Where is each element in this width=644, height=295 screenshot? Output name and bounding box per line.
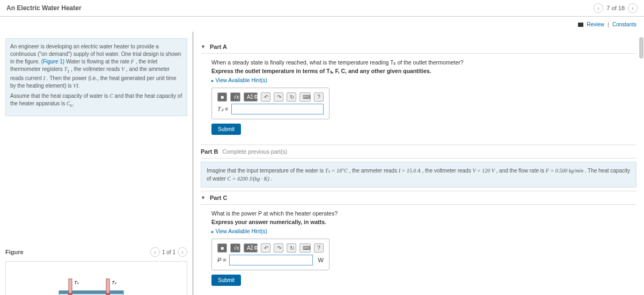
prev-button[interactable]: ‹ <box>594 3 603 13</box>
intro-text-2a: Assume that the heat capacity of water i… <box>10 93 109 99</box>
svg-rect-8 <box>106 279 109 295</box>
page-header: An Electric Water Heater ‹ 7 of 18 › <box>0 0 644 17</box>
undo-button[interactable]: ↶ <box>261 243 270 253</box>
left-column: An engineer is developing an electric wa… <box>0 32 193 295</box>
part-a-submit-button[interactable]: Submit <box>211 124 241 135</box>
fraction-button[interactable]: √x <box>230 243 240 253</box>
part-c-answer-box: ■ √x ΑΣΦ ↶ ↷ ↻ ⌨ ? P = W <box>211 239 330 270</box>
fraction-button[interactable]: √x <box>230 92 240 102</box>
part-c-instruction: Express your answer numerically, in watt… <box>211 219 636 225</box>
intro-text-d: , the voltmeter reads <box>71 66 121 72</box>
part-c-submit-button[interactable]: Submit <box>211 275 241 286</box>
svg-rect-6 <box>69 279 72 295</box>
part-b-locked: Complete previous part(s) <box>222 148 287 155</box>
reset-button[interactable]: ↻ <box>287 243 296 253</box>
greek-button[interactable]: ΑΣΦ <box>244 92 258 102</box>
intro-text-b: Water is flowing at the rate <box>66 59 131 64</box>
figure-page-indicator: 1 of 1 <box>162 249 175 255</box>
review-link[interactable]: Review <box>587 21 604 27</box>
intro-text: An engineer is developing an electric wa… <box>5 38 187 116</box>
part-a-toolbar: ■ √x ΑΣΦ ↶ ↷ ↻ ⌨ ? <box>217 92 324 102</box>
part-c-toggle[interactable]: ▼ <box>201 195 206 200</box>
scrollbar-handle[interactable] <box>639 37 643 59</box>
part-c-header: ▼ Part C <box>201 191 636 205</box>
part-b-info-banner: Imagine that the input temperature of th… <box>201 162 636 188</box>
figure-prev-button[interactable]: ‹ <box>150 247 160 257</box>
part-a-instruction: Express the outlet temperature in terms … <box>211 68 636 74</box>
part-a-answer-label: T₂ = <box>217 106 228 113</box>
part-a-body: When a steady state is finally reached, … <box>201 54 636 141</box>
part-c-unit: W <box>318 257 324 263</box>
part-a-header: ▼ Part A <box>201 40 636 54</box>
next-button[interactable]: › <box>628 3 638 13</box>
part-b-title: Part B <box>201 148 218 155</box>
part-c-question: What is the power P at which the heater … <box>211 210 636 217</box>
figure-next-button[interactable]: › <box>178 247 187 257</box>
keyboard-button[interactable]: ⌨ <box>299 92 311 102</box>
help-button[interactable]: ? <box>314 243 324 253</box>
constants-link[interactable]: Constants <box>612 21 636 27</box>
fig-t1-label: T₁ <box>74 280 79 285</box>
figure-label: Figure <box>5 249 24 255</box>
page-nav: ‹ 7 of 18 › <box>594 3 638 13</box>
part-a-answer-input[interactable] <box>231 104 324 114</box>
part-c-title: Part C <box>210 195 227 201</box>
part-c-answer-input[interactable] <box>229 255 312 265</box>
page-title: An Electric Water Heater <box>6 4 82 12</box>
template-button[interactable]: ■ <box>217 92 227 102</box>
keyboard-button[interactable]: ⌨ <box>299 243 311 253</box>
part-a-title: Part A <box>210 44 227 50</box>
template-button[interactable]: ■ <box>217 243 227 253</box>
part-c-answer-label: P = <box>217 257 226 263</box>
right-column: ▼ Part A When a steady state is finally … <box>193 32 644 295</box>
reset-button[interactable]: ↻ <box>287 92 296 102</box>
part-a-hint-link[interactable]: View Available Hint(s) <box>211 77 636 83</box>
part-a-answer-box: ■ √x ΑΣΦ ↶ ↷ ↻ ⌨ ? T₂ = <box>211 88 330 119</box>
help-button[interactable]: ? <box>314 92 324 102</box>
part-c-toolbar: ■ √x ΑΣΦ ↶ ↷ ↻ ⌨ ? <box>217 243 324 253</box>
redo-button[interactable]: ↷ <box>274 92 283 102</box>
fig-t2-label: T₂ <box>112 280 117 285</box>
figure-pager: ‹ 1 of 1 › <box>150 247 187 257</box>
heater-diagram: In Out T₁ T₂ Ammeter Voltmeter <box>38 269 156 295</box>
undo-button[interactable]: ↶ <box>261 92 270 102</box>
part-b-header: Part B Complete previous part(s) <box>201 145 636 159</box>
figure-link[interactable]: (Figure 1) <box>41 59 64 64</box>
part-c-hint-link[interactable]: View Available Hint(s) <box>211 228 636 234</box>
flag-icon[interactable] <box>578 23 583 27</box>
figure-header: Figure ‹ 1 of 1 › <box>5 245 187 259</box>
top-links: Review | Constants <box>0 17 644 32</box>
part-a-toggle[interactable]: ▼ <box>201 44 206 49</box>
link-separator: | <box>608 21 609 27</box>
page-indicator: 7 of 18 <box>606 5 625 11</box>
part-c-body: What is the power P at which the heater … <box>201 205 636 292</box>
greek-button[interactable]: ΑΣΦ <box>244 243 258 253</box>
redo-button[interactable]: ↷ <box>274 243 283 253</box>
part-a-question: When a steady state is finally reached, … <box>211 59 636 66</box>
figure-frame: In Out T₁ T₂ Ammeter Voltmeter <box>5 261 187 295</box>
